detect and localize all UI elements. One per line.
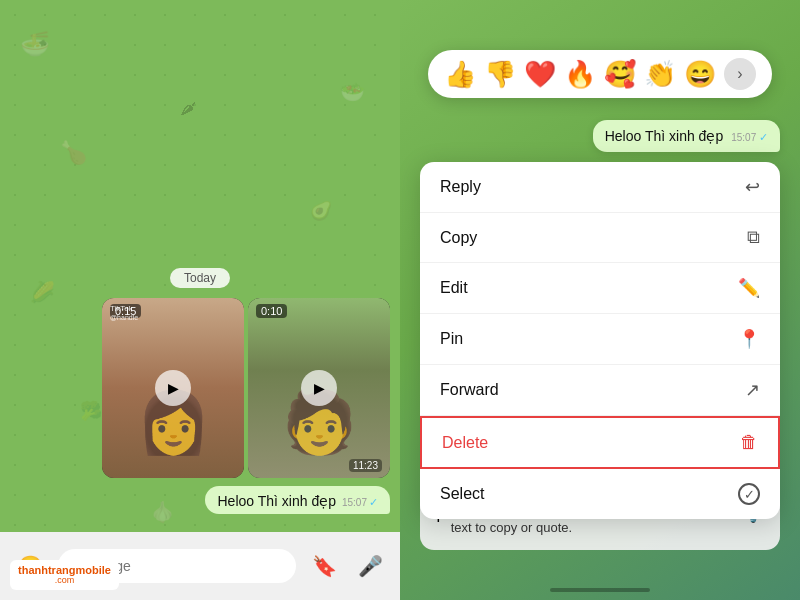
edit-icon: ✏️: [738, 277, 760, 299]
menu-label-copy: Copy: [440, 229, 477, 247]
message-preview-bubble: Heloo Thì xinh đẹp 15:07 ✓: [593, 120, 780, 152]
emoji-thumbsup[interactable]: 👍: [444, 59, 476, 90]
menu-item-reply[interactable]: Reply ↩: [420, 162, 780, 213]
menu-label-forward: Forward: [440, 381, 499, 399]
menu-label-delete: Delete: [442, 434, 488, 452]
pin-icon: 📍: [738, 328, 760, 350]
msg-check-icon: ✓: [759, 131, 768, 143]
menu-label-reply: Reply: [440, 178, 481, 196]
emoji-more-button[interactable]: ›: [724, 58, 756, 90]
video-grid: 👩 0:15 ▶ TikTok @handle 🧑 0:10 ▶ 11:23: [10, 298, 390, 478]
brand-sub: .com: [55, 576, 75, 586]
brand-logo: thanhtrangmobile .com: [10, 560, 119, 590]
forward-icon: ↗: [745, 379, 760, 401]
video-timestamp: 11:23: [349, 459, 382, 472]
emoji-grin[interactable]: 😄: [684, 59, 716, 90]
message-text: Heloo Thì xinh đẹp: [217, 493, 335, 509]
menu-item-delete[interactable]: Delete 🗑: [420, 416, 780, 469]
menu-label-select: Select: [440, 485, 484, 503]
msg-preview-text: Heloo Thì xinh đẹp: [605, 128, 723, 144]
select-icon: ✓: [738, 483, 760, 505]
emoji-clap[interactable]: 👏: [644, 59, 676, 90]
video-thumb-1[interactable]: 👩 0:15 ▶ TikTok @handle: [102, 298, 244, 478]
menu-item-forward[interactable]: Forward ↗: [420, 365, 780, 416]
emoji-thumbsdown[interactable]: 👎: [484, 59, 516, 90]
menu-item-select[interactable]: Select ✓: [420, 469, 780, 519]
left-panel: 🍜 🥗 🍗 🥑 🌽 🍖 🥦 🍱 🧄 🌶 🥕 Today 👩 0:15 ▶ Tik…: [0, 0, 400, 600]
check-icon: ✓: [369, 496, 378, 509]
video-thumb-2[interactable]: 🧑 0:10 ▶ 11:23: [248, 298, 390, 478]
emoji-heart[interactable]: ❤️: [524, 59, 556, 90]
delete-icon: 🗑: [740, 432, 758, 453]
menu-item-pin[interactable]: Pin 📍: [420, 314, 780, 365]
emoji-reaction-bar[interactable]: 👍 👎 ❤️ 🔥 🥰 👏 😄 ›: [428, 50, 772, 98]
chat-area: Today 👩 0:15 ▶ TikTok @handle 🧑 0: [0, 0, 400, 530]
video1-play-button[interactable]: ▶: [155, 370, 191, 406]
copy-icon: ⧉: [747, 227, 760, 248]
sticker-button[interactable]: 🔖: [306, 548, 342, 584]
message-meta: 15:07 ✓: [342, 496, 378, 509]
tiktok-label1: TikTok: [110, 304, 138, 314]
voice-button[interactable]: 🎤: [352, 548, 388, 584]
emoji-fire[interactable]: 🔥: [564, 59, 596, 90]
menu-item-copy[interactable]: Copy ⧉: [420, 213, 780, 263]
emoji-hugging[interactable]: 🥰: [604, 59, 636, 90]
menu-label-edit: Edit: [440, 279, 468, 297]
outgoing-message-bubble: Heloo Thì xinh đẹp 15:07 ✓: [205, 486, 390, 514]
date-label: Today: [170, 268, 230, 288]
reply-icon: ↩: [745, 176, 760, 198]
video2-play-button[interactable]: ▶: [301, 370, 337, 406]
video2-duration: 0:10: [256, 304, 287, 318]
home-bar: [550, 588, 650, 592]
date-badge: Today: [10, 268, 390, 286]
context-menu: Reply ↩ Copy ⧉ Edit ✏️ Pin 📍 Forward ↗ D…: [420, 162, 780, 519]
menu-label-pin: Pin: [440, 330, 463, 348]
right-panel: 👍 👎 ❤️ 🔥 🥰 👏 😄 › Heloo Thì xinh đẹp 15:0…: [400, 0, 800, 600]
msg-preview-time: 15:07 ✓: [731, 131, 768, 144]
menu-item-edit[interactable]: Edit ✏️: [420, 263, 780, 314]
